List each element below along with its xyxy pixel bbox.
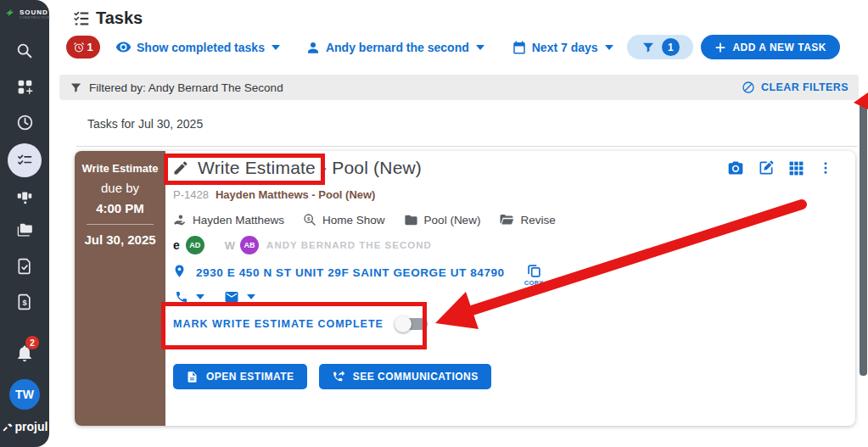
clear-filters-label: CLEAR FILTERS [761,81,848,93]
folder-open-icon [499,212,514,227]
task-meta-row: Hayden Matthews $ Home Show Pool (New) R… [172,212,556,227]
show-completed-dropdown[interactable]: Show completed tasks [115,39,280,55]
svg-text:$: $ [307,216,311,221]
clear-filters-button[interactable]: CLEAR FILTERS [742,81,848,94]
address-link[interactable]: 2930 E 450 N ST UNIT 29F SAINT GEORGE UT… [196,266,505,279]
email-dropdown[interactable] [224,289,255,305]
location-pin-icon [172,264,187,278]
envelope-icon [224,289,239,305]
project-name-link[interactable]: Hayden Matthews - Pool (New) [216,188,376,201]
add-new-task-label: ADD A NEW TASK [732,42,826,53]
schedule-icon [15,187,34,205]
photos-button[interactable] [727,159,744,176]
funnel-icon [70,81,82,94]
role-prefix-e: e [173,238,180,252]
grid-view-button[interactable] [788,160,804,176]
assignee-filter-label: Andy bernard the second [326,41,469,54]
card-buttons-row: OPEN ESTIMATE SEE COMMUNICATIONS [173,364,491,389]
caret-down-icon [247,294,255,299]
search-dollar-icon: $ [303,213,316,226]
sidebar-item-schedule[interactable] [0,187,49,205]
stage-name: Revise [520,214,555,226]
phone-forward-icon [332,370,345,383]
sidebar-item-company-logo[interactable]: SOUND CONSTRUCTION [4,8,50,21]
contact-person-icon [172,213,187,227]
edit-task-button[interactable] [758,159,775,176]
page-header: Tasks [72,8,143,28]
page-title: Tasks [96,8,143,28]
sidebar-item-estimates[interactable] [0,258,49,275]
rail-due-by-label: due by [75,181,165,195]
filtered-by-bar: Filtered by: Andy Bernard The Second CLE… [59,75,859,100]
sidebar-item-tasks[interactable] [8,143,42,177]
app-window: SOUND CONSTRUCTION $ 2 [0,0,868,447]
task-title: Write Estimate - Pool (New) [198,158,422,178]
calendar-icon [512,40,527,55]
doc-check-icon [16,258,33,275]
caret-down-icon [272,45,280,50]
see-communications-button[interactable]: SEE COMMUNICATIONS [319,364,491,389]
project-folder-meta[interactable]: Pool (New) [404,213,481,227]
company-subname: CONSTRUCTION [20,17,50,20]
sidebar-item-apps[interactable] [0,78,49,96]
assignee-filter-dropdown[interactable]: Andy bernard the second [305,40,484,55]
project-folder-name: Pool (New) [424,214,481,226]
open-estimate-button[interactable]: OPEN ESTIMATE [173,364,307,389]
document-icon [186,371,199,383]
alarm-icon [73,42,85,53]
task-title-row: Write Estimate - Pool (New) [172,158,422,178]
sidebar-item-notifications[interactable] [0,344,49,363]
mark-complete-row: MARK WRITE ESTIMATE COMPLETE [173,318,428,330]
hammer-icon [2,421,14,433]
mark-complete-toggle[interactable] [397,318,428,330]
date-range-label: Next 7 days [532,41,598,54]
task-card-actions [727,159,833,176]
plus-icon [714,42,726,53]
sidebar-item-invoices[interactable]: $ [0,293,49,310]
phone-dropdown[interactable] [175,290,204,304]
more-options-button[interactable] [818,160,833,176]
notification-badge: 2 [25,336,39,349]
contact-actions-row [175,289,267,305]
company-name: SOUND [20,9,50,16]
sidebar-item-time[interactable] [0,114,49,131]
avatar-ad[interactable]: AD [186,236,204,254]
date-group-heading: Tasks for Jul 30, 2025 [87,117,203,131]
filtered-by-text: Filtered by: Andy Bernard The Second [89,81,283,94]
sidebar-item-projects[interactable] [0,221,49,239]
caret-down-icon [196,294,204,299]
person-icon [305,40,321,55]
contact-meta[interactable]: Hayden Matthews [172,213,284,227]
copy-address-button[interactable]: COPY [524,264,544,287]
date-range-dropdown[interactable]: Next 7 days [512,40,613,55]
doc-dollar-icon: $ [16,293,33,310]
toggle-thumb [395,316,412,332]
mark-complete-label: MARK WRITE ESTIMATE COMPLETE [173,318,384,330]
grid-icon [788,160,804,176]
rail-due-date: Jul 30, 2025 [75,232,165,247]
sidebar-nav: SOUND CONSTRUCTION $ 2 [0,0,49,447]
rail-task-name: Write Estimate [75,162,165,175]
task-card-body: Write Estimate - Pool (New) P-1428 Hayde… [165,151,855,426]
task-due-rail: Write Estimate due by 4:00 PM Jul 30, 20… [75,151,165,426]
clock-icon [16,114,34,131]
pencil-icon [172,159,189,176]
kebab-menu-icon [818,160,833,176]
section-divider [76,146,857,147]
projul-brand-text: projul [15,420,48,433]
toolbar: 1 Show completed tasks Andy bernard the … [66,35,840,59]
scrollbar-thumb[interactable] [860,101,867,376]
eye-icon [115,39,132,55]
copy-icon [527,264,541,278]
contact-name: Hayden Matthews [193,214,284,226]
projul-brand: projul [0,420,49,433]
overdue-timer-badge[interactable]: 1 [66,36,100,59]
project-subtitle: P-1428 Hayden Matthews - Pool (New) [173,188,375,201]
sidebar-item-search[interactable] [0,42,49,60]
filters-button[interactable]: 1 [627,35,693,59]
lead-source-meta[interactable]: $ Home Show [303,213,385,226]
avatar-ab[interactable]: AB [240,236,259,254]
user-avatar[interactable]: TW [9,379,40,410]
add-new-task-button[interactable]: ADD A NEW TASK [701,35,840,59]
stage-meta[interactable]: Revise [499,212,555,227]
